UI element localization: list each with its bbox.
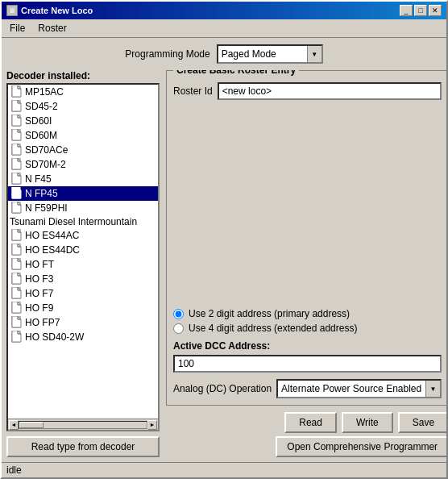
programming-mode-bar: Programming Mode Paged Mode Direct Mode … bbox=[2, 38, 446, 70]
title-buttons: _ □ ✕ bbox=[400, 5, 442, 16]
svg-marker-5 bbox=[12, 100, 21, 111]
action-buttons: Read Write Save bbox=[166, 412, 446, 433]
open-comprehensive-programmer-button[interactable]: Open Comprehensive Programmer bbox=[276, 436, 446, 457]
scroll-left-button[interactable]: ◄ bbox=[9, 420, 19, 430]
svg-marker-65 bbox=[12, 331, 21, 342]
list-item[interactable]: MP15AC bbox=[8, 85, 158, 99]
svg-marker-1 bbox=[12, 85, 21, 97]
svg-marker-21 bbox=[12, 158, 21, 169]
document-icon bbox=[11, 331, 23, 344]
list-item[interactable]: SD60M bbox=[8, 128, 158, 143]
left-panel: Decoder installed: MP15AC SD45-2 SD60I bbox=[6, 70, 160, 457]
document-icon bbox=[11, 202, 23, 215]
status-text: idle bbox=[6, 464, 22, 476]
document-icon bbox=[11, 258, 23, 271]
horizontal-scrollbar[interactable]: ◄ ► bbox=[8, 419, 158, 430]
window-icon: 🖥 bbox=[6, 5, 18, 16]
address-2digit-row: Use 2 digit address (primary address) bbox=[173, 308, 442, 319]
document-icon bbox=[11, 273, 23, 285]
menu-roster[interactable]: Roster bbox=[33, 21, 71, 35]
list-item[interactable]: HO ES44DC bbox=[8, 243, 158, 257]
document-icon bbox=[11, 115, 23, 127]
document-icon bbox=[11, 229, 23, 242]
list-item[interactable]: HO SD40-2W bbox=[8, 330, 158, 344]
document-icon bbox=[11, 302, 23, 314]
analog-operation-label: Analog (DC) Operation bbox=[173, 383, 272, 394]
read-button[interactable]: Read bbox=[284, 412, 337, 433]
roster-entry-group: Create Basic Roster Entry Roster Id Use … bbox=[166, 70, 446, 406]
svg-marker-13 bbox=[12, 129, 21, 140]
list-item[interactable]: HO F3 bbox=[8, 272, 158, 286]
document-icon bbox=[11, 100, 23, 113]
scroll-right-button[interactable]: ► bbox=[147, 420, 157, 430]
dcc-address-label: Active DCC Address: bbox=[173, 340, 442, 352]
address-radio-group: Use 2 digit address (primary address) Us… bbox=[173, 308, 442, 334]
close-button[interactable]: ✕ bbox=[429, 5, 442, 16]
maximize-button[interactable]: □ bbox=[414, 5, 427, 16]
document-icon bbox=[11, 158, 23, 171]
svg-marker-33 bbox=[12, 202, 21, 213]
read-type-from-decoder-button[interactable]: Read type from decoder bbox=[6, 436, 160, 457]
list-item[interactable]: SD60I bbox=[8, 114, 158, 128]
svg-marker-49 bbox=[12, 273, 21, 284]
address-4digit-row: Use 4 digit address (extended address) bbox=[173, 323, 442, 334]
roster-id-row: Roster Id bbox=[173, 82, 442, 100]
address-2digit-radio[interactable] bbox=[173, 309, 184, 319]
minimize-button[interactable]: _ bbox=[400, 5, 413, 16]
comprehensive-btn-row: Open Comprehensive Programmer bbox=[166, 436, 446, 457]
list-item[interactable]: N F45 bbox=[8, 172, 158, 186]
list-item[interactable]: SD70ACe bbox=[8, 143, 158, 157]
svg-marker-37 bbox=[12, 229, 21, 240]
title-bar-left: 🖥 Create New Loco bbox=[6, 5, 93, 16]
analog-operation-select[interactable]: Alternate Power Source Enabled Normal Di… bbox=[278, 382, 425, 395]
window-title: Create New Loco bbox=[21, 6, 93, 15]
analog-select-wrapper[interactable]: Alternate Power Source Enabled Normal Di… bbox=[276, 379, 442, 398]
list-item[interactable]: HO FT bbox=[8, 257, 158, 272]
list-item[interactable]: N FP45 bbox=[8, 186, 158, 201]
main-window: 🖥 Create New Loco _ □ ✕ File Roster Prog… bbox=[0, 0, 448, 479]
svg-marker-41 bbox=[12, 244, 21, 255]
programming-mode-select-wrapper[interactable]: Paged Mode Direct Mode Register Mode Add… bbox=[217, 44, 323, 64]
menu-bar: File Roster bbox=[2, 19, 446, 38]
address-4digit-label: Use 4 digit address (extended address) bbox=[189, 323, 357, 334]
svg-marker-17 bbox=[12, 144, 21, 155]
dcc-address-input[interactable] bbox=[173, 355, 442, 373]
list-item[interactable]: HO F9 bbox=[8, 301, 158, 315]
address-4digit-radio[interactable] bbox=[173, 323, 184, 334]
roster-id-input[interactable] bbox=[218, 82, 442, 100]
scrollbar-thumb[interactable] bbox=[19, 422, 44, 428]
main-content: Decoder installed: MP15AC SD45-2 SD60I bbox=[2, 70, 446, 462]
document-icon bbox=[11, 129, 23, 142]
list-item[interactable]: Tsunami Diesel Intermountain bbox=[8, 215, 158, 228]
svg-marker-25 bbox=[12, 173, 21, 184]
document-icon bbox=[11, 187, 23, 200]
svg-marker-53 bbox=[12, 287, 21, 298]
list-item[interactable]: SD45-2 bbox=[8, 99, 158, 114]
scrollbar-track bbox=[19, 421, 147, 429]
right-panel: Create Basic Roster Entry Roster Id Use … bbox=[166, 70, 446, 457]
decoder-list-container: MP15AC SD45-2 SD60I SD60M SD70AC bbox=[6, 83, 160, 431]
address-2digit-label: Use 2 digit address (primary address) bbox=[189, 308, 350, 319]
list-item[interactable]: N F59PHI bbox=[8, 201, 158, 215]
programming-mode-dropdown-arrow[interactable]: ▼ bbox=[307, 46, 321, 62]
title-bar: 🖥 Create New Loco _ □ ✕ bbox=[2, 2, 446, 19]
analog-dropdown-arrow[interactable]: ▼ bbox=[425, 381, 440, 397]
save-button[interactable]: Save bbox=[398, 412, 446, 433]
roster-id-label: Roster Id bbox=[173, 85, 213, 97]
document-icon bbox=[11, 316, 23, 329]
list-item[interactable]: HO F7 bbox=[8, 286, 158, 301]
list-item[interactable]: SD70M-2 bbox=[8, 157, 158, 172]
list-item[interactable]: HO FP7 bbox=[8, 315, 158, 330]
document-icon bbox=[11, 287, 23, 300]
menu-file[interactable]: File bbox=[5, 21, 30, 35]
write-button[interactable]: Write bbox=[342, 412, 393, 433]
programming-mode-select[interactable]: Paged Mode Direct Mode Register Mode Add… bbox=[218, 48, 307, 60]
svg-marker-45 bbox=[12, 258, 21, 269]
list-item[interactable]: HO ES44AC bbox=[8, 228, 158, 243]
decoder-list[interactable]: MP15AC SD45-2 SD60I SD60M SD70AC bbox=[8, 85, 158, 419]
document-icon bbox=[11, 173, 23, 185]
dcc-address-section: Active DCC Address: bbox=[173, 340, 442, 379]
analog-operation-row: Analog (DC) Operation Alternate Power So… bbox=[173, 379, 442, 398]
svg-marker-9 bbox=[12, 115, 21, 126]
document-icon bbox=[11, 85, 23, 98]
